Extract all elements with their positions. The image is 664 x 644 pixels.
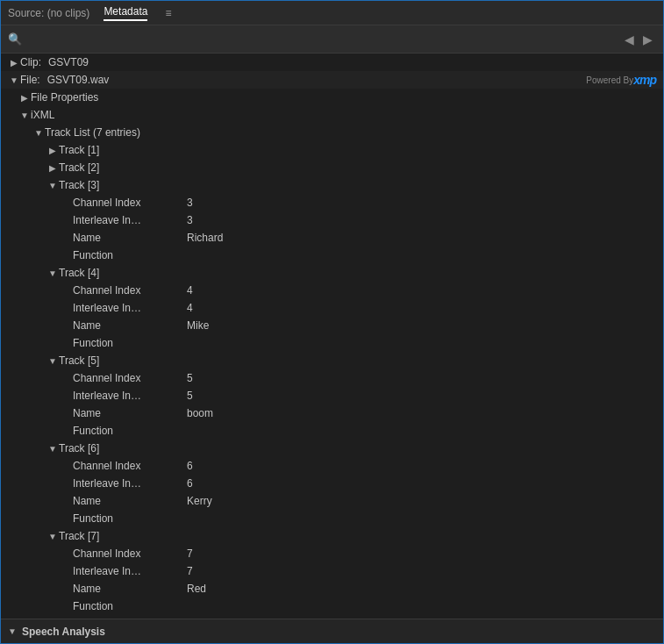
file-properties-toggle[interactable]: ▶ — [18, 93, 31, 103]
track-5-toggle[interactable]: ▼ — [46, 356, 59, 366]
speech-analysis-bar[interactable]: ▼ Speech Analysis — [1, 619, 663, 643]
nav-next-button[interactable]: ▶ — [639, 32, 656, 47]
track-1-label: Track [1] — [59, 144, 99, 156]
track-3-row: ▼ Track [3] — [1, 176, 663, 194]
track-7-channel-index-key: Channel Index — [73, 547, 187, 560]
track-4-name-value: Mike — [187, 319, 209, 332]
track-4-channel-index-value: 4 — [187, 284, 193, 297]
track-5-row: ▼ Track [5] — [1, 352, 663, 369]
track-1-toggle[interactable]: ▶ — [46, 146, 59, 155]
track-5-label: Track [5] — [59, 354, 99, 367]
main-panel: Source: (no clips) Metadata ≡ 🔍 ◀ ▶ ▶ Cl… — [0, 0, 664, 644]
track-3-name-value: Richard — [187, 232, 223, 244]
ixml-toggle[interactable]: ▼ — [18, 111, 31, 120]
file-name: GSVT09.wav — [47, 74, 110, 86]
track-4-row: ▼ Track [4] — [1, 264, 663, 282]
track-list-row: ▼ Track List (7 entries) — [1, 124, 663, 141]
clip-toggle[interactable]: ▶ — [8, 58, 20, 68]
track-6-label: Track [6] — [59, 442, 99, 454]
track-6-toggle[interactable]: ▼ — [46, 444, 59, 454]
track-6-function-row: Function — [1, 510, 663, 527]
track-6-channel-index-value: 6 — [187, 460, 193, 472]
track-2-toggle[interactable]: ▶ — [46, 163, 59, 173]
nav-arrows: ◀ ▶ — [621, 32, 656, 47]
speech-analysis-label: Speech Analysis — [22, 626, 105, 638]
track-6-interleave-key: Interleave In… — [73, 477, 187, 490]
track-5-channel-index-key: Channel Index — [73, 372, 187, 384]
track-7-function-key: Function — [73, 600, 187, 612]
menu-icon[interactable]: ≡ — [165, 7, 171, 19]
clip-row: ▶ Clip: GSVT09 — [1, 54, 663, 71]
nav-prev-button[interactable]: ◀ — [621, 32, 638, 47]
track-7-toggle[interactable]: ▼ — [46, 532, 59, 541]
track-3-interleave-row: Interleave In… 3 — [1, 211, 663, 229]
track-7-channel-index-value: 7 — [187, 547, 193, 560]
track-4-interleave-row: Interleave In… 4 — [1, 299, 663, 317]
track-7-label: Track [7] — [59, 530, 99, 542]
track-6-interleave-value: 6 — [187, 477, 193, 490]
tab-metadata[interactable]: Metadata — [104, 5, 147, 21]
track-5-name-key: Name — [73, 407, 187, 419]
clip-name: GSVT09 — [48, 56, 89, 68]
track-6-function-key: Function — [73, 512, 187, 525]
tree-container: ▶ Clip: GSVT09 ▼ File: GSVT09.wav Powere… — [1, 54, 663, 619]
xmp-logo: xmp — [633, 73, 656, 87]
track-5-interleave-row: Interleave In… 5 — [1, 387, 663, 404]
track-7-row: ▼ Track [7] — [1, 527, 663, 545]
track-4-function-row: Function — [1, 334, 663, 352]
xmp-powered-text: Powered By — [586, 75, 633, 85]
search-icon: 🔍 — [8, 32, 22, 46]
track-3-name-key: Name — [73, 232, 187, 244]
track-3-channel-index-row: Channel Index 3 — [1, 194, 663, 211]
search-input[interactable] — [27, 33, 621, 46]
track-3-function-key: Function — [73, 249, 187, 261]
track-4-channel-index-row: Channel Index 4 — [1, 282, 663, 299]
track-4-channel-index-key: Channel Index — [73, 284, 187, 297]
track-7-function-row: Function — [1, 597, 663, 615]
tab-source[interactable]: Source: (no clips) — [8, 7, 89, 19]
track-5-function-key: Function — [73, 425, 187, 437]
track-6-name-key: Name — [73, 495, 187, 507]
track-4-interleave-key: Interleave In… — [73, 302, 187, 314]
track-7-interleave-key: Interleave In… — [73, 565, 187, 577]
xmp-badge: Powered By xmp — [586, 73, 656, 87]
track-2-row: ▶ Track [2] — [1, 159, 663, 176]
track-4-function-key: Function — [73, 337, 187, 349]
track-4-name-row: Name Mike — [1, 317, 663, 334]
panel-header: Source: (no clips) Metadata ≡ — [1, 1, 663, 25]
search-bar: 🔍 ◀ ▶ — [1, 25, 663, 54]
track-3-channel-index-value: 3 — [187, 197, 193, 209]
track-3-interleave-key: Interleave In… — [73, 214, 187, 226]
track-6-channel-index-row: Channel Index 6 — [1, 457, 663, 475]
file-properties-label: File Properties — [31, 91, 98, 104]
track-5-channel-index-row: Channel Index 5 — [1, 369, 663, 387]
file-label: File: — [20, 74, 40, 86]
track-3-channel-index-key: Channel Index — [73, 197, 187, 209]
track-5-channel-index-value: 5 — [187, 372, 193, 384]
file-row: ▼ File: GSVT09.wav Powered By xmp — [1, 71, 663, 89]
track-3-label: Track [3] — [59, 179, 99, 191]
track-7-channel-index-row: Channel Index 7 — [1, 545, 663, 562]
track-7-name-key: Name — [73, 583, 187, 595]
track-5-name-value: boom — [187, 407, 213, 419]
track-6-interleave-row: Interleave In… 6 — [1, 475, 663, 492]
ixml-row: ▼ iXML — [1, 106, 663, 124]
track-3-function-row: Function — [1, 247, 663, 264]
clip-label: Clip: — [20, 56, 41, 68]
track-6-channel-index-key: Channel Index — [73, 460, 187, 472]
track-4-label: Track [4] — [59, 267, 99, 279]
track-1-row: ▶ Track [1] — [1, 141, 663, 159]
track-5-interleave-value: 5 — [187, 390, 193, 402]
track-7-name-value: Red — [187, 583, 206, 595]
track-4-toggle[interactable]: ▼ — [46, 268, 59, 278]
file-toggle[interactable]: ▼ — [8, 75, 20, 85]
track-4-interleave-value: 4 — [187, 302, 193, 314]
speech-analysis-toggle[interactable]: ▼ — [8, 626, 17, 636]
track-5-interleave-key: Interleave In… — [73, 390, 187, 402]
track-7-name-row: Name Red — [1, 580, 663, 597]
file-properties-row: ▶ File Properties — [1, 89, 663, 106]
track-list-toggle[interactable]: ▼ — [32, 128, 45, 138]
track-3-toggle[interactable]: ▼ — [46, 181, 59, 190]
track-list-label: Track List (7 entries) — [45, 126, 140, 139]
track-7-interleave-row: Interleave In… 7 — [1, 562, 663, 580]
